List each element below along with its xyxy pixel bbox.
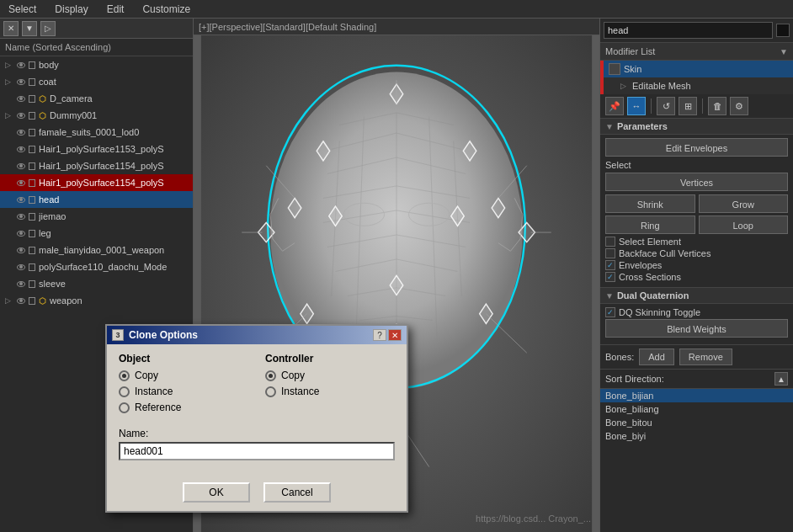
dialog-close-btn[interactable]: ✕ [388, 329, 402, 341]
dialog-icon: 3 [112, 329, 124, 341]
dialog-title-text: Clone Options [129, 329, 368, 341]
controller-copy-row[interactable]: Copy [265, 370, 395, 381]
object-instance-row[interactable]: Instance [119, 386, 248, 397]
controller-instance-row[interactable]: Instance [265, 386, 395, 397]
object-instance-label: Instance [135, 386, 173, 397]
controller-label: Controller [265, 353, 395, 364]
controller-instance-label: Instance [281, 386, 319, 397]
ok-btn[interactable]: OK [183, 482, 250, 503]
cancel-btn[interactable]: Cancel [263, 482, 331, 503]
object-copy-label: Copy [135, 370, 158, 381]
controller-instance-radio[interactable] [265, 386, 276, 397]
object-copy-radio[interactable] [119, 370, 130, 381]
object-reference-row[interactable]: Reference [119, 402, 248, 413]
object-reference-radio[interactable] [119, 402, 130, 413]
object-label: Object [119, 353, 248, 364]
object-column: Object Copy Instance Reference [119, 353, 248, 418]
controller-column: Controller Copy Instance [265, 353, 395, 418]
controller-copy-label: Copy [281, 370, 305, 381]
dialog-title-buttons: ? ✕ [373, 329, 402, 341]
dialog-columns: Object Copy Instance Reference [119, 353, 395, 418]
dialog-title-bar: 3 Clone Options ? ✕ [107, 326, 407, 344]
object-instance-radio[interactable] [119, 386, 130, 397]
dialog-footer: OK Cancel [107, 477, 407, 511]
dialog-overlay: 3 Clone Options ? ✕ Object Copy [0, 0, 793, 532]
dialog-help-btn[interactable]: ? [373, 329, 386, 341]
controller-copy-radio[interactable] [265, 370, 276, 381]
name-label: Name: [119, 428, 395, 439]
name-input[interactable] [119, 442, 395, 460]
name-row: Name: [119, 428, 395, 460]
clone-options-dialog: 3 Clone Options ? ✕ Object Copy [105, 324, 408, 513]
object-copy-row[interactable]: Copy [119, 370, 248, 381]
object-reference-label: Reference [135, 402, 181, 413]
dialog-body: Object Copy Instance Reference [107, 344, 407, 477]
